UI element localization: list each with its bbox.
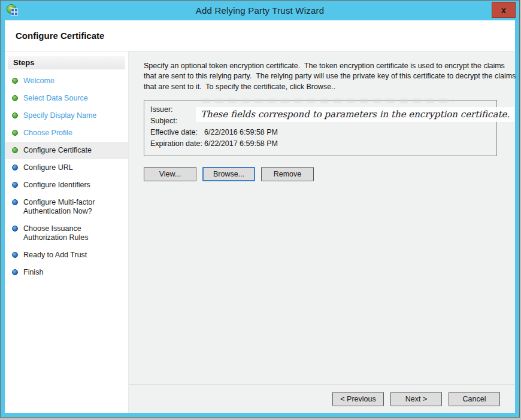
step-status-icon xyxy=(12,78,18,84)
steps-sidebar: Steps Welcome Select Data Source Specify… xyxy=(5,51,129,413)
adfs-globe-icon xyxy=(6,4,19,17)
sidebar-step: Configure URL xyxy=(5,159,128,176)
step-label: Welcome xyxy=(23,77,54,86)
step-status-icon xyxy=(12,95,18,101)
wizard-footer: < Previous Next > Cancel xyxy=(129,384,515,413)
sidebar-step: Configure Multi-factor Authentication No… xyxy=(5,194,128,220)
step-label: Configure Certificate xyxy=(23,146,92,155)
browse-button[interactable]: Browse... xyxy=(202,167,255,181)
instructions-text: Specify an optional token encryption cer… xyxy=(144,61,516,92)
step-label: Choose Issuance Authorization Rules xyxy=(23,224,123,242)
step-status-icon xyxy=(12,112,18,118)
cancel-button[interactable]: Cancel xyxy=(449,392,500,406)
step-label: Configure URL xyxy=(23,163,73,172)
step-label: Configure Multi-factor Authentication No… xyxy=(23,198,123,216)
certificate-field-label: Effective date: xyxy=(150,128,204,136)
certificate-field: Effective date: 6/22/2016 6:59:58 PM xyxy=(150,128,496,136)
remove-button[interactable]: Remove xyxy=(261,167,314,181)
certificate-actions: View... Browse... Remove xyxy=(144,167,501,181)
previous-button[interactable]: < Previous xyxy=(332,392,384,406)
steps-header: Steps xyxy=(8,56,125,69)
sidebar-step: Finish xyxy=(5,264,128,281)
sidebar-step[interactable]: Specify Display Name xyxy=(5,107,128,124)
content-row: Steps Welcome Select Data Source Specify… xyxy=(5,51,515,413)
content-spacer xyxy=(144,181,501,384)
step-label: Select Data Source xyxy=(23,94,88,103)
certificate-details-box: Issuer: Subject: Effective date: 6/22/20… xyxy=(144,100,497,156)
page-header: Configure Certificate xyxy=(5,20,515,51)
main-content: Specify an optional token encryption cer… xyxy=(129,51,515,413)
sidebar-step[interactable]: Select Data Source xyxy=(5,90,128,107)
step-status-icon xyxy=(12,182,18,188)
title-bar: Add Relying Party Trust Wizard x xyxy=(1,1,519,20)
close-button[interactable]: x xyxy=(492,2,516,18)
step-label: Specify Display Name xyxy=(23,111,96,120)
steps-list: Welcome Select Data Source Specify Displ… xyxy=(5,72,128,281)
annotation-note: These fields correspond to parameters in… xyxy=(196,107,514,122)
step-label: Choose Profile xyxy=(23,129,72,138)
certificate-field: Expiration date: 6/22/2017 6:59:58 PM xyxy=(150,139,496,148)
step-status-icon xyxy=(12,269,18,275)
window-title: Add Relying Party Trust Wizard xyxy=(196,5,324,16)
step-label: Configure Identifiers xyxy=(23,181,90,190)
step-status-icon xyxy=(12,226,18,232)
window-body: Configure Certificate Steps Welcome Sele… xyxy=(5,20,515,413)
sidebar-step: Configure Certificate xyxy=(5,142,128,159)
wizard-dialog: Add Relying Party Trust Wizard x Configu… xyxy=(0,0,520,418)
next-button[interactable]: Next > xyxy=(390,392,442,406)
certificate-field-value: 6/22/2016 6:59:58 PM xyxy=(204,128,496,136)
certificate-field-label: Expiration date: xyxy=(150,139,204,148)
step-status-icon xyxy=(12,199,18,205)
view-button[interactable]: View... xyxy=(144,167,196,181)
step-status-icon xyxy=(12,130,18,136)
sidebar-step: Choose Issuance Authorization Rules xyxy=(5,220,128,246)
sidebar-step: Configure Identifiers xyxy=(5,176,128,194)
step-status-icon xyxy=(12,165,18,171)
sidebar-step[interactable]: Choose Profile xyxy=(5,124,128,142)
sidebar-step[interactable]: Welcome xyxy=(5,72,128,90)
step-status-icon xyxy=(12,147,18,153)
page-title: Configure Certificate xyxy=(16,31,104,41)
sidebar-step: Ready to Add Trust xyxy=(5,246,128,264)
step-status-icon xyxy=(12,252,18,258)
step-label: Ready to Add Trust xyxy=(23,251,87,260)
erased-text-smudge xyxy=(202,99,453,103)
step-label: Finish xyxy=(23,268,43,277)
certificate-field-value: 6/22/2017 6:59:58 PM xyxy=(204,139,496,148)
